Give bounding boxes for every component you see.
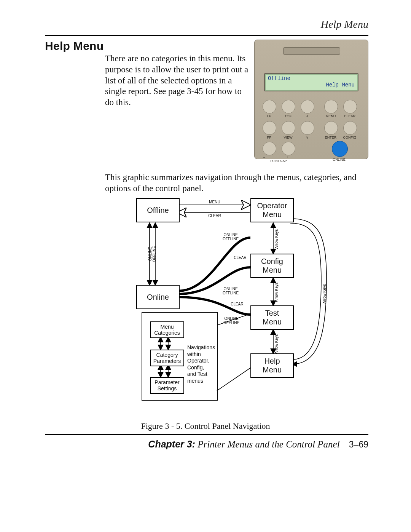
label-arrow-keys-4: Arrow Keys [323,284,327,304]
label-online-offline-2: ONLINE OFFLINE [219,287,242,295]
label-online-offline-1: ONLINE OFFLINE [219,233,242,241]
btn-plus [282,142,295,155]
control-panel-photo: Offline Help Menu LF TOF ∧ MENU CLEAR FF… [254,40,368,159]
btn-ff [263,121,276,135]
page-footer: Chapter 3: Printer Menus and the Control… [45,439,368,450]
btn-config [343,121,357,135]
btn-minus [263,142,276,155]
lbl-print-gap: PRINT GAP [266,159,291,163]
btn-view [282,121,295,135]
bottom-rule [45,434,368,435]
label-clear-2: CLEAR [231,256,250,260]
btn-online [332,141,348,157]
label-clear-1: CLEAR [203,214,226,218]
lbl-tof: TOF [279,114,297,118]
node-menu-categories: Menu Categories [150,321,184,338]
navigation-diagram: Offline Online Operator Menu Config Menu… [136,197,330,410]
node-operator: Operator Menu [250,198,294,222]
lbl-minus: – [260,155,268,159]
label-clear-3: CLEAR [228,302,247,307]
lbl-online: ONLINE [330,158,348,161]
body-paragraph: This graphic summarizes navigation throu… [105,172,368,194]
lbl-view: VIEW [279,136,297,139]
panel-top-slot [283,47,340,55]
inset-note: Navigations within Operator, Config, and… [187,344,218,384]
btn-tof [282,100,295,113]
label-arrow-keys-2: Arrow Keys [275,283,279,302]
lcd-line1: Offline [268,75,290,81]
btn-down [301,121,314,135]
top-rule [45,35,368,36]
lbl-lf: LF [260,114,278,118]
lbl-ff: FF [260,136,278,139]
lcd-line2: Help Menu [268,82,355,88]
lbl-clear: CLEAR [341,114,358,118]
btn-lf [263,100,276,113]
node-category-parameters: Category Parameters [150,350,184,366]
label-online-offline-3: ONLINE OFFLINE [220,317,243,325]
btn-clear [343,100,357,113]
lbl-config: CONFIG [341,136,358,139]
footer-page: 3–69 [349,439,368,449]
node-offline: Offline [136,198,180,222]
label-menu: MENU [203,200,226,204]
lbl-plus: + [284,155,292,159]
btn-enter [324,121,338,135]
node-parameter-settings: Parameter Settings [150,377,184,394]
btn-menu [324,100,338,113]
panel-bezel [254,40,368,159]
footer-title: Printer Menus and the Control Panel [198,439,339,449]
lbl-up: ∧ [298,114,316,118]
label-arrow-keys-1: Arrow Keys [275,229,279,249]
lbl-menu: MENU [322,114,339,118]
btn-up [301,100,314,113]
running-head: Help Menu [321,18,368,30]
node-config: Config Menu [250,254,294,278]
node-test: Test Menu [250,305,294,330]
figure-caption: Figure 3 - 5. Control Panel Navigation [0,421,411,431]
lbl-enter: ENTER [322,136,339,139]
intro-paragraph: There are no categories in this menu. It… [105,53,249,108]
panel-lcd: Offline Help Menu [264,73,358,91]
page-title: Help Menu [45,40,104,53]
footer-chapter: Chapter 3: [148,439,195,449]
lbl-down: ∨ [298,136,316,139]
svg-line-12 [217,366,253,391]
label-online-offline-vert: ONLINE OFFLINE [148,246,156,262]
node-help: Help Menu [250,353,294,378]
node-online: Online [136,285,180,309]
label-arrow-keys-3: Arrow Keys [275,334,279,354]
